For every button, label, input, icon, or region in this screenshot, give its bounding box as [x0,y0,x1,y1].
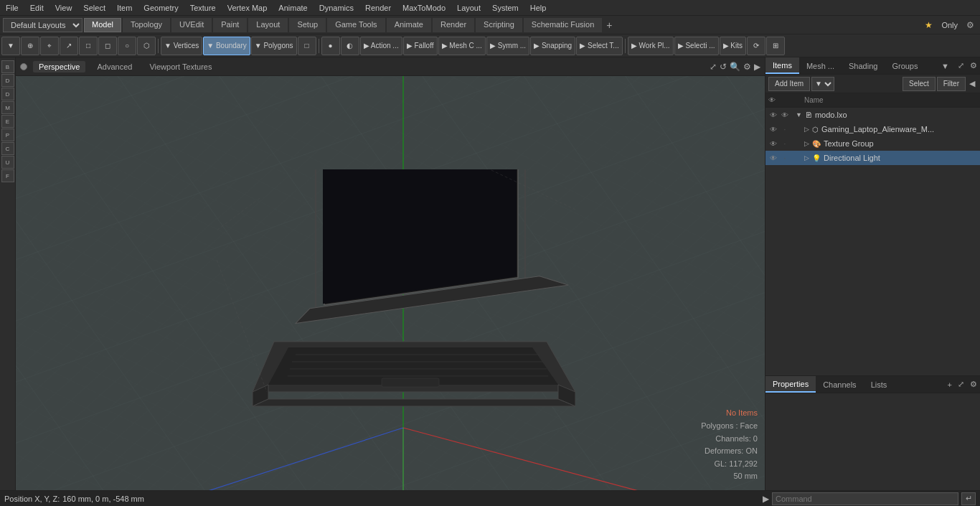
viewport-zoom-button[interactable]: 🔍 [730,62,740,72]
sidebar-btn-2[interactable]: D [1,74,14,87]
tool-circle2[interactable]: ○ [118,37,136,55]
pp-tab-lists[interactable]: Lists [864,376,895,393]
eye2-icon-light[interactable]: · [780,153,790,163]
pp-tab-channels[interactable]: Channels [816,376,863,393]
tree-row-texture-group[interactable]: 👁 · ▷ 🎨 Texture Group [765,136,980,151]
tool-half[interactable]: ◐ [341,37,359,55]
menu-geometry[interactable]: Geometry [138,2,184,14]
viewport-tab-perspective[interactable]: Perspective [33,61,85,72]
props-expand-button[interactable]: ⤢ [955,378,967,390]
menu-help[interactable]: Help [524,2,552,14]
tree-row-modo-lxo[interactable]: 👁 👁 ▼ 🖹 modo.lxo [765,108,980,122]
menu-maxtomodo[interactable]: MaxToModo [397,2,451,14]
tool-selectt[interactable]: ▶ Select T... [576,37,623,55]
layout-tab-scripting[interactable]: Scripting [476,18,522,32]
eye-icon-laptop[interactable]: 👁 [768,124,778,134]
eye-icon-light[interactable]: 👁 [768,153,778,163]
eye2-icon-texture[interactable]: · [780,139,790,149]
rp-panel-expand[interactable]: ⤢ [955,60,967,72]
tool-meshc[interactable]: ▶ Mesh C ... [438,37,486,55]
command-input[interactable] [772,492,958,505]
tool-workpl[interactable]: ▶ Work Pl... [628,37,674,55]
viewport-expand-button[interactable]: ▶ [754,62,760,72]
tool-grid[interactable]: ⊞ [766,37,785,55]
props-add-button[interactable]: + [945,378,955,390]
rp-panel-settings[interactable]: ⚙ [967,60,980,72]
tool-selecti[interactable]: ▶ Selecti ... [674,37,719,55]
eye-icon-modo[interactable]: 👁 [768,110,778,120]
items-filter-button[interactable]: Filter [937,77,966,91]
menu-animate[interactable]: Animate [273,2,313,14]
layout-tab-setup[interactable]: Setup [289,18,326,32]
viewport-dot[interactable] [20,63,27,70]
tool-boundary[interactable]: ▼ Boundary [203,37,250,55]
tool-box[interactable]: □ [79,37,98,55]
sidebar-btn-pol[interactable]: P [1,128,14,141]
menu-render[interactable]: Render [359,2,397,14]
layout-tab-model[interactable]: Model [84,18,121,32]
sidebar-btn-f[interactable]: F [1,169,14,182]
menu-item[interactable]: Item [111,2,138,14]
menu-texture[interactable]: Texture [184,2,222,14]
tool-vertices[interactable]: ▼ Vertices [161,37,202,55]
pp-tab-properties[interactable]: Properties [765,376,816,393]
add-item-dropdown[interactable]: ▼ [811,77,834,91]
layout-tab-schematic[interactable]: Schematic Fusion [524,18,602,32]
eye-icon-texture[interactable]: 👁 [768,139,778,149]
eye2-icon-laptop[interactable]: · [780,124,790,134]
layout-preset-dropdown[interactable]: Default Layouts [3,18,83,32]
add-item-button[interactable]: Add Item [768,77,810,91]
rp-tab-mesh[interactable]: Mesh ... [799,57,842,74]
viewport[interactable]: No Items Polygons : Face Channels: 0 Def… [16,76,765,490]
viewport-reset-button[interactable]: ↺ [720,62,727,72]
viewport-tab-advanced[interactable]: Advanced [91,61,138,72]
menu-file[interactable]: File [0,2,24,14]
layout-settings-button[interactable]: ⚙ [963,20,977,30]
tool-circle[interactable]: ⊕ [21,37,39,55]
tree-row-directional-light[interactable]: 👁 · ▷ 💡 Directional Light [765,151,980,165]
menu-vertexmap[interactable]: Vertex Map [222,2,273,14]
tree-row-gaming-laptop[interactable]: 👁 · ▷ ⬡ Gaming_Laptop_Alienware_M... [765,122,980,136]
rp-tab-groups[interactable]: Groups [885,57,925,74]
command-submit-button[interactable]: ↵ [961,492,976,505]
sidebar-btn-3[interactable]: M [1,101,14,114]
sidebar-btn-1[interactable]: B [1,60,14,73]
menu-edit[interactable]: Edit [24,2,50,14]
sidebar-btn-uv[interactable]: U [1,156,14,169]
tool-target[interactable]: ⌖ [40,37,59,55]
menu-layout[interactable]: Layout [451,2,486,14]
layout-tab-topology[interactable]: Topology [123,18,170,32]
tool-arrow[interactable]: ↗ [60,37,78,55]
tool-snapping[interactable]: ▶ Snapping [530,37,575,55]
menu-view[interactable]: View [50,2,78,14]
layout-tab-uvedit[interactable]: UVEdit [171,18,212,32]
props-settings-button[interactable]: ⚙ [967,378,980,390]
layout-tab-paint[interactable]: Paint [213,18,247,32]
layout-tab-animate[interactable]: Animate [387,18,431,32]
tool-expand[interactable]: ▼ [1,37,20,55]
tool-falloff[interactable]: ▶ Falloff [403,37,438,55]
tool-dot1[interactable]: ● [321,37,340,55]
viewport-fit-button[interactable]: ⤢ [710,62,717,72]
eye2-icon-modo[interactable]: 👁 [780,110,790,120]
layout-tab-gametools[interactable]: Game Tools [327,18,385,32]
viewport-settings-button[interactable]: ⚙ [743,62,751,72]
rp-tab-shading[interactable]: Shading [842,57,885,74]
tool-action[interactable]: ▶ Action ... [360,37,402,55]
menu-select[interactable]: Select [77,2,111,14]
tool-square[interactable]: ◻ [98,37,117,55]
items-select-button[interactable]: Select [903,77,936,91]
tool-symm[interactable]: ▶ Symm ... [486,37,529,55]
layout-tab-render[interactable]: Render [433,18,474,32]
tool-mode[interactable]: □ [298,37,316,55]
sidebar-btn-c[interactable]: C [1,142,14,155]
tool-hex[interactable]: ⬡ [137,37,156,55]
rp-tab-items[interactable]: Items [765,57,799,74]
rp-tab-more[interactable]: ▼ [938,60,952,72]
items-collapse-button[interactable]: ◀ [967,79,977,88]
menu-dynamics[interactable]: Dynamics [314,2,359,14]
sidebar-btn-dup[interactable]: D [1,88,14,100]
viewport-tab-textures[interactable]: Viewport Textures [143,61,217,72]
layout-tab-layout[interactable]: Layout [248,18,288,32]
tool-polygons[interactable]: ▼ Polygons [251,37,297,55]
